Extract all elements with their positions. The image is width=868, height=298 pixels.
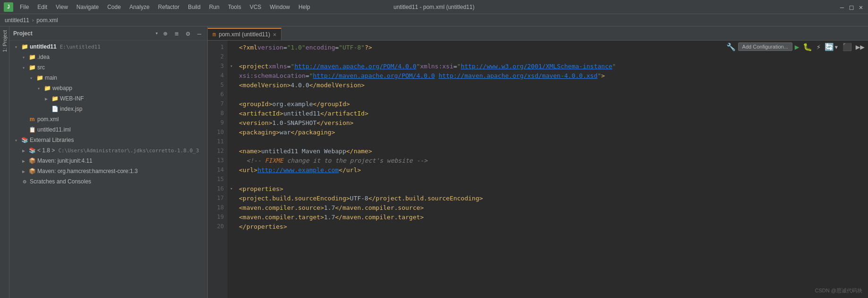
tree-item[interactable]: ▶📦Maven: junit:junit:4.11 [9, 156, 207, 166]
tree-icon: 📁 [21, 43, 28, 50]
line-number: 19 [208, 212, 228, 222]
tree-arrow[interactable]: ▾ [35, 85, 42, 91]
debug-button[interactable]: 🐛 [801, 42, 814, 51]
menu-window[interactable]: Window [266, 3, 294, 11]
minimize-button[interactable]: — [839, 4, 845, 10]
tree-label: Maven: junit:junit:4.11 [37, 157, 93, 164]
tree-icon: 📄 [51, 105, 59, 113]
title-bar: J FileEditViewNavigateCodeAnalyzeRefacto… [0, 0, 868, 14]
tree-item[interactable]: ▾📁webapp [9, 83, 207, 93]
tree-item[interactable]: ▾📁untitled11E:\untitled11 [9, 41, 207, 52]
menu-view[interactable]: View [52, 3, 72, 11]
code-line: <artifactId>untitled11</artifactId> [239, 108, 864, 118]
tree-item[interactable]: ▶📁WEB-INF [9, 93, 207, 104]
menu-analyze[interactable]: Analyze [126, 3, 153, 11]
tree-arrow[interactable]: ▶ [20, 147, 27, 154]
maximize-button[interactable]: □ [848, 4, 855, 10]
code-line: <properties> [239, 184, 864, 193]
watermark: CSDN @思诚代码块 [815, 287, 862, 294]
menu-run[interactable]: Run [205, 3, 223, 11]
tree-item[interactable]: ▾📁.idea [9, 52, 207, 62]
tree-arrow[interactable]: ▾ [20, 64, 27, 71]
code-line: <maven.compiler.source>1.7</maven.compil… [239, 203, 864, 212]
tree-icon: 📦 [28, 157, 36, 165]
settings-icon[interactable]: ⚙ [184, 29, 192, 38]
tree-item[interactable]: ▾📁main [9, 73, 207, 83]
tree-icon: m [28, 116, 36, 123]
menu-help[interactable]: Help [295, 3, 314, 11]
menu-edit[interactable]: Edit [34, 3, 51, 11]
line-number: 14 [208, 165, 228, 174]
tree-arrow[interactable]: ▶ [43, 95, 50, 102]
tree-arrow[interactable]: ▶ [20, 168, 27, 174]
gutter-cell: ▾ [228, 61, 235, 71]
tree-arrow[interactable] [13, 178, 19, 185]
gutter-cell [228, 42, 235, 52]
menu-vcs[interactable]: VCS [246, 3, 265, 11]
menu-refactor[interactable]: Refactor [154, 3, 183, 11]
close-button[interactable]: ✕ [858, 4, 864, 10]
tree-item[interactable]: 📋untitled11.iml [9, 124, 207, 135]
menu-tools[interactable]: Tools [224, 3, 245, 11]
more-options-button[interactable]: ▶▶ [854, 42, 866, 51]
line-number: 6 [208, 90, 228, 99]
line-number: 15 [208, 174, 228, 184]
menu-file[interactable]: File [16, 3, 33, 11]
tree-item[interactable]: ▶📦Maven: org.hamcrest:hamcrest-core:1.3 [9, 166, 207, 176]
gutter-cell [228, 165, 235, 174]
tab-close-button[interactable]: ✕ [273, 31, 276, 38]
tree-label: index.jsp [60, 106, 82, 112]
magic-wand-icon[interactable]: 🔧 [725, 42, 737, 51]
menu-code[interactable]: Code [103, 3, 125, 11]
menu-navigate[interactable]: Navigate [73, 3, 102, 11]
tree-icon: 📚 [28, 147, 36, 154]
coverage-button[interactable]: ⚡ [815, 42, 822, 51]
gutter-cell [228, 174, 235, 184]
tree-item[interactable]: ▾📁src [9, 62, 207, 73]
tree-item[interactable]: ▶📚< 1.8 >C:\Users\Administrator\.jdks\co… [9, 145, 207, 156]
code-line: <version>1.0-SNAPSHOT</version> [239, 118, 864, 127]
tree-arrow[interactable] [20, 126, 27, 133]
title-bar-left: J FileEditViewNavigateCodeAnalyzeRefacto… [4, 2, 314, 12]
breadcrumb-project[interactable]: untitled11 [5, 17, 29, 24]
breadcrumb-file[interactable]: pom.xml [36, 17, 58, 24]
code-line [239, 52, 864, 61]
project-panel-header: Project ▾ ⊕ ≡ ⚙ — [9, 26, 207, 41]
project-panel-dropdown[interactable]: ▾ [155, 30, 158, 36]
sidebar-tab[interactable]: 1: Project [0, 26, 9, 298]
gutter-cell [228, 193, 235, 203]
locate-icon[interactable]: ⊕ [161, 29, 170, 38]
stop-button[interactable]: ⬛ [841, 42, 853, 51]
close-panel-button[interactable]: — [195, 29, 204, 38]
run-button[interactable]: ▶ [793, 42, 801, 51]
tree-arrow[interactable] [20, 116, 27, 123]
code-line: <url>http://www.example.com</url> [239, 165, 864, 174]
tree-item[interactable]: ▾📚External Libraries [9, 135, 207, 145]
code-line: <maven.compiler.target>1.7</maven.compil… [239, 212, 864, 222]
tree-arrow[interactable]: ▾ [28, 74, 34, 81]
code-line [239, 174, 864, 184]
collapse-icon[interactable]: ≡ [172, 29, 181, 38]
tree-arrow[interactable]: ▾ [20, 54, 27, 60]
tree-arrow[interactable]: ▾ [13, 137, 19, 143]
gutter-cell [228, 127, 235, 137]
active-editor-tab[interactable]: m pom.xml (untitled11) ✕ [208, 28, 281, 40]
profiler-dropdown[interactable]: 🔄▾ [823, 42, 840, 51]
menu-build[interactable]: Build [184, 3, 204, 11]
tree-arrow[interactable]: ▾ [13, 43, 19, 50]
tree-arrow[interactable] [43, 106, 50, 112]
fold-arrow[interactable]: ▾ [230, 64, 232, 68]
code-editor[interactable]: <?xml version="1.0" encoding="UTF-8"?> <… [235, 41, 868, 298]
fold-arrow[interactable]: ▾ [230, 186, 232, 191]
tree-item[interactable]: ⚙Scratches and Consoles [9, 176, 207, 187]
code-line [239, 90, 864, 99]
tree-item[interactable]: mpom.xml [9, 114, 207, 124]
tree-arrow[interactable]: ▶ [20, 157, 27, 164]
window-controls: — □ ✕ [839, 4, 864, 10]
project-tab-label[interactable]: 1: Project [1, 26, 9, 56]
gutter-cell [228, 99, 235, 108]
run-toolbar: 🔧 Add Configuration... ▶ 🐛 ⚡ 🔄▾ ⬛ ▶▶ [723, 41, 868, 53]
tree-item[interactable]: 📄index.jsp [9, 104, 207, 114]
add-configuration-button[interactable]: Add Configuration... [738, 42, 792, 51]
code-line: <name>untitled11 Maven Webapp</name> [239, 146, 864, 156]
